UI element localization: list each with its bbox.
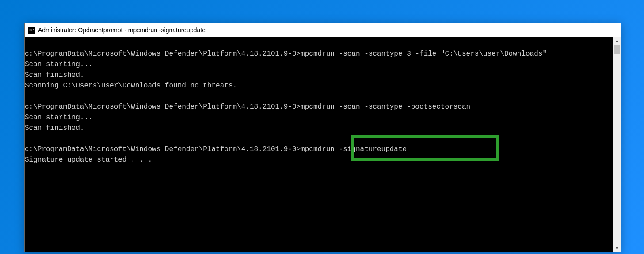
terminal-line: [25, 135, 29, 143]
terminal-line: [25, 92, 29, 100]
window-controls: [560, 23, 621, 37]
cmd-icon: [28, 27, 35, 34]
svg-marker-5: [616, 247, 618, 250]
terminal-line: Scanning C:\Users\user\Downloads found n…: [25, 82, 237, 90]
terminal-line: Signature update started . . .: [25, 156, 152, 164]
scroll-up-icon[interactable]: [613, 37, 621, 45]
terminal-line: Scan finished.: [25, 71, 84, 79]
terminal-area: c:\ProgramData\Microsoft\Windows Defende…: [25, 37, 621, 252]
vertical-scrollbar[interactable]: [613, 37, 621, 252]
terminal-line: Scan starting...: [25, 114, 93, 121]
svg-rect-1: [588, 28, 592, 32]
terminal-line: Scan finished.: [25, 124, 84, 132]
titlebar[interactable]: Administrator: Opdrachtprompt - mpcmdrun…: [25, 23, 621, 37]
minimize-button[interactable]: [560, 23, 580, 37]
window-title: Administrator: Opdrachtprompt - mpcmdrun…: [38, 27, 560, 34]
cmd-window: Administrator: Opdrachtprompt - mpcmdrun…: [24, 23, 621, 252]
terminal-output[interactable]: c:\ProgramData\Microsoft\Windows Defende…: [25, 37, 613, 252]
maximize-button[interactable]: [580, 23, 600, 37]
terminal-line: c:\ProgramData\Microsoft\Windows Defende…: [25, 103, 470, 111]
close-button[interactable]: [600, 23, 621, 37]
terminal-line: Scan starting...: [25, 61, 93, 68]
terminal-line: c:\ProgramData\Microsoft\Windows Defende…: [25, 145, 407, 153]
scroll-down-icon[interactable]: [613, 244, 621, 252]
svg-marker-4: [616, 40, 618, 42]
terminal-line: c:\ProgramData\Microsoft\Windows Defende…: [25, 50, 547, 58]
